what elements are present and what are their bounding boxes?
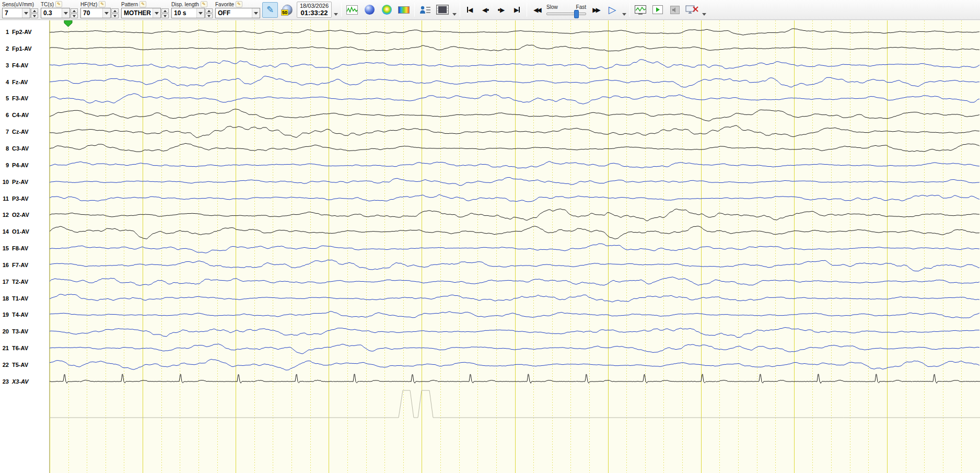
channel-label-row[interactable]: 3F4-AV bbox=[0, 61, 50, 70]
sens-increase-button[interactable] bbox=[31, 8, 38, 13]
channel-number: 22 bbox=[0, 362, 9, 368]
speed-slider-thumb[interactable] bbox=[574, 10, 579, 18]
channel-label: O1-AV bbox=[12, 228, 29, 235]
speed-control: Slow Fast bbox=[546, 4, 586, 15]
channel-label-row[interactable]: 11P3-AV bbox=[0, 194, 50, 203]
pen-tool-button[interactable]: ✎ bbox=[262, 2, 278, 18]
patient-info-button[interactable] bbox=[417, 2, 433, 18]
pattern-next-button[interactable] bbox=[161, 8, 169, 13]
video-button[interactable] bbox=[435, 2, 450, 18]
channel-label-row[interactable]: 1Fp2-AV bbox=[0, 28, 50, 36]
channel-label-row[interactable]: 9P4-AV bbox=[0, 161, 50, 169]
play-button[interactable]: ▷ bbox=[604, 2, 620, 18]
channel-number: 23 bbox=[0, 378, 9, 385]
tc-decrease-button[interactable] bbox=[71, 14, 78, 18]
notch-filter-button[interactable]: 50 bbox=[279, 2, 295, 18]
remote-network-button[interactable] bbox=[684, 2, 700, 18]
toolbar: Sens(uV/mm) 7 TC(s)✎ 0.3 HF(Hz)✎ bbox=[0, 0, 980, 20]
channel-label-row[interactable]: 7Cz-AV bbox=[0, 128, 50, 136]
skip-to-end-button[interactable]: ▶ bbox=[510, 2, 524, 18]
rewind-button[interactable]: ◀◀ bbox=[530, 2, 544, 18]
audio-muted-button[interactable] bbox=[667, 2, 683, 18]
channel-label: F7-AV bbox=[12, 262, 28, 268]
channel-label-row[interactable]: 19T4-AV bbox=[0, 310, 50, 319]
channel-label-row[interactable]: 20T3-AV bbox=[0, 327, 50, 336]
channel-number: 17 bbox=[0, 279, 9, 285]
waveform-view-button[interactable] bbox=[344, 2, 360, 18]
time-text: 01:33:22 bbox=[301, 9, 328, 17]
right-triangle-icon: ▶ bbox=[514, 7, 519, 13]
edit-pencil-icon[interactable]: ✎ bbox=[236, 1, 242, 7]
channel-label: Fp1-AV bbox=[12, 45, 32, 52]
skip-to-start-button[interactable]: ◀ bbox=[463, 2, 477, 18]
channel-label-row[interactable]: 2Fp1-AV bbox=[0, 44, 50, 53]
disp-length-select[interactable]: 10 s bbox=[171, 8, 205, 18]
channel-label-row[interactable]: 5F3-AV bbox=[0, 94, 50, 102]
channel-number: 4 bbox=[0, 79, 9, 85]
speed-slider[interactable] bbox=[546, 13, 586, 15]
review-play-button[interactable] bbox=[650, 2, 666, 18]
channel-label-column: 1Fp2-AV2Fp1-AV3F4-AV4Fz-AV5F3-AV6C4-AV7C… bbox=[0, 20, 50, 473]
edit-pencil-icon[interactable]: ✎ bbox=[139, 1, 146, 7]
disp-length-increase-button[interactable] bbox=[205, 8, 213, 13]
channel-label-row[interactable]: 8C3-AV bbox=[0, 144, 50, 153]
toolbar-separator bbox=[341, 3, 342, 17]
channel-label-row[interactable]: 15F8-AV bbox=[0, 244, 50, 252]
channel-label: T3-AV bbox=[12, 328, 28, 334]
channel-label-row[interactable]: 12O2-AV bbox=[0, 211, 50, 219]
disp-length-value: 10 s bbox=[174, 9, 186, 17]
monitor-view-button[interactable] bbox=[633, 2, 648, 18]
fast-forward-button[interactable]: ▶▶ bbox=[589, 2, 603, 18]
channel-label-row[interactable]: 18T1-AV bbox=[0, 294, 50, 303]
time-menu-caret[interactable] bbox=[333, 11, 339, 17]
channel-number: 11 bbox=[0, 195, 9, 202]
sens-decrease-button[interactable] bbox=[31, 14, 38, 18]
channel-label: T2-AV bbox=[12, 279, 28, 285]
channel-number: 18 bbox=[0, 295, 9, 302]
map-3d-button[interactable] bbox=[361, 2, 377, 18]
dot-icon bbox=[487, 9, 489, 11]
dropdown-arrow-icon bbox=[22, 8, 30, 18]
channel-label-row[interactable]: 10Pz-AV bbox=[0, 178, 50, 186]
play-icon: ▷ bbox=[609, 5, 616, 15]
edit-pencil-icon[interactable]: ✎ bbox=[201, 1, 207, 7]
hf-decrease-button[interactable] bbox=[111, 14, 119, 18]
edit-pencil-icon[interactable]: ✎ bbox=[55, 1, 62, 7]
channel-label-row[interactable]: 22T5-AV bbox=[0, 361, 50, 369]
step-back-button[interactable]: ◀ bbox=[479, 2, 493, 18]
channel-label: Pz-AV bbox=[12, 179, 28, 185]
green-play-icon bbox=[652, 5, 663, 14]
sens-select[interactable]: 7 bbox=[2, 8, 30, 18]
channel-label-row[interactable]: 17T2-AV bbox=[0, 278, 50, 286]
favorite-select[interactable]: OFF bbox=[215, 8, 260, 18]
channel-label-row[interactable]: 21T6-AV bbox=[0, 344, 50, 352]
double-left-triangle-icon: ◀◀ bbox=[533, 6, 540, 14]
pattern-select[interactable]: MOTHER bbox=[121, 8, 161, 18]
channel-number: 21 bbox=[0, 345, 9, 351]
eeg-trace-area[interactable] bbox=[50, 20, 980, 473]
channel-label-row[interactable]: 4Fz-AV bbox=[0, 78, 50, 86]
remote-menu-caret[interactable] bbox=[702, 11, 707, 17]
channel-label-row[interactable]: 23X3-AV bbox=[0, 377, 50, 386]
hf-select[interactable]: 70 bbox=[80, 8, 111, 18]
left-triangle-icon: ◀ bbox=[482, 7, 487, 13]
channel-label-row[interactable]: 14O1-AV bbox=[0, 227, 50, 236]
channel-number: 9 bbox=[0, 162, 9, 168]
disp-length-decrease-button[interactable] bbox=[205, 14, 213, 18]
edit-pencil-icon[interactable]: ✎ bbox=[99, 1, 106, 7]
toolbar-separator bbox=[629, 3, 630, 17]
video-menu-caret[interactable] bbox=[452, 11, 457, 17]
step-forward-button[interactable]: ▶ bbox=[494, 2, 508, 18]
trend-map-button[interactable] bbox=[396, 2, 412, 18]
channel-label: O2-AV bbox=[12, 212, 29, 218]
tc-increase-button[interactable] bbox=[71, 8, 78, 13]
hf-label: HF(Hz) bbox=[80, 2, 97, 7]
fast-label: Fast bbox=[576, 4, 586, 10]
channel-label-row[interactable]: 16F7-AV bbox=[0, 261, 50, 269]
hf-increase-button[interactable] bbox=[111, 8, 119, 13]
pattern-prev-button[interactable] bbox=[161, 14, 169, 18]
channel-label-row[interactable]: 6C4-AV bbox=[0, 111, 50, 119]
tc-select[interactable]: 0.3 bbox=[41, 8, 70, 18]
play-menu-caret[interactable] bbox=[622, 11, 627, 17]
topo-map-button[interactable] bbox=[379, 2, 394, 18]
